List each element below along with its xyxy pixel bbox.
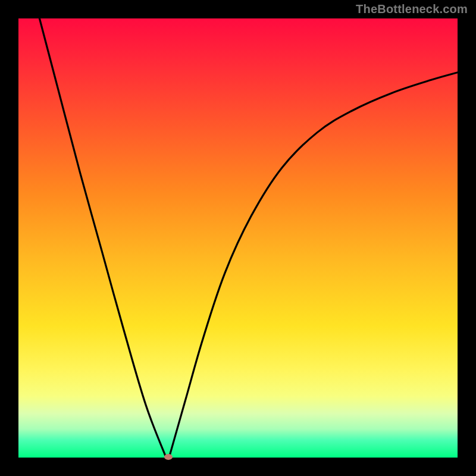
chart-curves xyxy=(18,18,458,458)
curve-right-branch xyxy=(169,73,458,458)
chart-plot-area xyxy=(18,18,458,458)
watermark-text: TheBottleneck.com xyxy=(356,2,468,16)
minimum-marker xyxy=(164,454,173,460)
curve-left-branch xyxy=(39,18,165,456)
